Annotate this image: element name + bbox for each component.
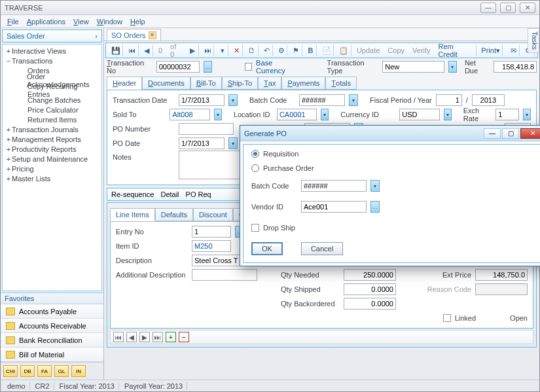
po-req-button[interactable]: PO Req [186, 190, 211, 198]
dialog-max-icon[interactable]: ▢ [502, 128, 519, 139]
trans-date-field[interactable]: 1/7/2013 [179, 94, 225, 106]
favorite-item[interactable]: Bank Reconciliation [1, 333, 103, 347]
expander-icon[interactable]: + [5, 135, 12, 143]
nav-prev-icon[interactable]: ◀ [141, 45, 153, 56]
po-date-field[interactable]: 1/7/2013 [179, 137, 225, 149]
tree-node[interactable]: +Transaction Journals [3, 124, 101, 134]
remcredit-button[interactable]: Rem Credit [436, 45, 477, 56]
tab-bill-to[interactable]: Bill-To [190, 77, 222, 90]
chevron-right-icon[interactable]: › [95, 32, 98, 40]
tab-totals[interactable]: Totals [325, 77, 357, 90]
linked-checkbox[interactable] [443, 314, 451, 322]
module-button[interactable]: IN [71, 365, 86, 377]
dlg-vendor-id-field[interactable]: Ace001 [301, 201, 367, 213]
addl-desc-field[interactable] [192, 269, 257, 281]
undo-icon[interactable]: ↶ [261, 45, 273, 56]
fiscal-year-field[interactable]: 2013 [472, 94, 505, 106]
expander-icon[interactable]: + [5, 126, 12, 134]
po-number-field[interactable] [179, 123, 234, 135]
verify-button[interactable]: Verify [410, 46, 433, 54]
po-date-picker[interactable]: ▾ [228, 137, 238, 149]
dlg-batch-code-dropdown[interactable]: ▾ [370, 180, 380, 192]
base-currency-checkbox[interactable] [245, 63, 252, 71]
minimize-button[interactable]: — [480, 3, 496, 13]
tab-documents[interactable]: Documents [142, 77, 190, 90]
expander-icon[interactable]: + [5, 175, 12, 183]
side-panel-title[interactable]: Sales Order › [2, 29, 102, 43]
menu-view[interactable]: View [73, 18, 89, 26]
module-button[interactable]: DB [20, 365, 35, 377]
tree-node[interactable]: +Setup and Maintenance [3, 154, 101, 164]
menu-help[interactable]: Help [130, 18, 145, 26]
exch-rate-dropdown[interactable]: ▾ [523, 109, 531, 120]
close-button[interactable]: ✕ [520, 3, 535, 13]
fiscal-period-field[interactable]: 1 [436, 94, 462, 106]
tree-node[interactable]: −Transactions [3, 56, 101, 65]
favorite-item[interactable]: Bill of Material [1, 347, 103, 362]
ok-button[interactable]: OK [251, 242, 283, 255]
tab-ship-to[interactable]: Ship-To [222, 77, 258, 90]
flag-icon[interactable]: ⚑ [290, 45, 302, 56]
favorites-header[interactable]: Favorites [1, 293, 103, 304]
copy-button[interactable]: Copy [385, 46, 407, 54]
close-tab-icon[interactable]: ✕ [149, 31, 156, 39]
nav-next-icon[interactable]: ▶ [187, 45, 199, 56]
trans-no-lookup-button[interactable]: … [204, 61, 212, 73]
tab-header[interactable]: Header [107, 77, 142, 90]
tree-node[interactable]: +Master Lists [3, 173, 101, 183]
location-id-field[interactable]: CA0001 [277, 109, 317, 120]
action-icon[interactable]: ⚙ [276, 45, 288, 56]
nav-tree[interactable]: +Interactive Views−TransactionsOrdersOrd… [2, 44, 102, 291]
transaction-type-dropdown[interactable]: ▾ [448, 61, 457, 73]
mail-icon[interactable]: ✉ [508, 45, 520, 56]
maximize-button[interactable]: ▢ [500, 3, 516, 13]
dlg-vendor-id-lookup[interactable]: … [370, 201, 380, 213]
new-icon[interactable]: 🗋 [245, 45, 259, 56]
bold-icon[interactable]: B [305, 45, 317, 56]
qty-shipped-field[interactable]: 0.0000 [344, 283, 396, 295]
rec-first-icon[interactable]: ⏮ [113, 332, 124, 342]
trans-date-picker[interactable]: ▾ [228, 94, 238, 106]
rec-delete-icon[interactable]: − [179, 332, 189, 342]
tree-node[interactable]: Returned Items [3, 115, 101, 124]
currency-id-dropdown[interactable]: ▾ [444, 109, 452, 120]
sold-to-dropdown[interactable]: ▾ [214, 109, 222, 120]
expander-icon[interactable]: + [5, 155, 12, 163]
line-tab[interactable]: Line Items [110, 208, 155, 221]
module-button[interactable]: CHI [3, 365, 18, 377]
tree-node[interactable]: +Management Reports [3, 134, 101, 144]
nav-last-icon[interactable]: ⏭ [202, 45, 215, 56]
rec-last-icon[interactable]: ⏭ [153, 332, 163, 342]
qty-needed-field[interactable]: 250.0000 [344, 269, 396, 281]
location-id-dropdown[interactable]: ▾ [321, 109, 329, 120]
currency-id-field[interactable]: USD [399, 109, 439, 120]
tree-node[interactable]: +Interactive Views [3, 46, 101, 56]
module-button[interactable]: FA [37, 365, 52, 377]
module-button[interactable]: GL [54, 365, 69, 377]
rec-next-icon[interactable]: ▶ [139, 332, 150, 342]
dialog-close-icon[interactable]: ✕ [520, 128, 540, 139]
nav-first-icon[interactable]: ⏮ [126, 45, 139, 56]
doc-icon[interactable]: 📄 [319, 45, 334, 56]
menu-window[interactable]: Window [97, 18, 122, 26]
tab-payments[interactable]: Payments [281, 77, 325, 90]
line-tab[interactable]: Discount [193, 208, 233, 221]
qty-backordered-field[interactable]: 0.0000 [344, 298, 396, 310]
tree-node[interactable]: +Productivity Reports [3, 144, 101, 154]
print-button[interactable]: Print ▾ [479, 45, 503, 56]
favorite-item[interactable]: Accounts Payable [1, 304, 103, 319]
expander-icon[interactable]: + [5, 145, 12, 153]
batch-code-dropdown[interactable]: ▾ [349, 94, 358, 106]
rec-prev-icon[interactable]: ◀ [126, 332, 137, 342]
purchase-order-radio[interactable] [251, 164, 259, 172]
resequence-button[interactable]: Re-sequence [111, 190, 154, 198]
entry-no-field[interactable]: 1 [192, 226, 231, 238]
delete-icon[interactable]: ✕ [231, 45, 243, 56]
rec-add-icon[interactable]: + [166, 332, 176, 342]
dropdown-icon[interactable]: ▾ [217, 45, 228, 56]
copy-icon[interactable]: 📋 [336, 45, 351, 56]
cancel-button[interactable]: Cancel [301, 242, 343, 255]
save-icon[interactable]: 💾 [109, 45, 123, 56]
menu-file[interactable]: File [7, 18, 19, 26]
favorite-item[interactable]: Accounts Receivable [1, 319, 103, 333]
